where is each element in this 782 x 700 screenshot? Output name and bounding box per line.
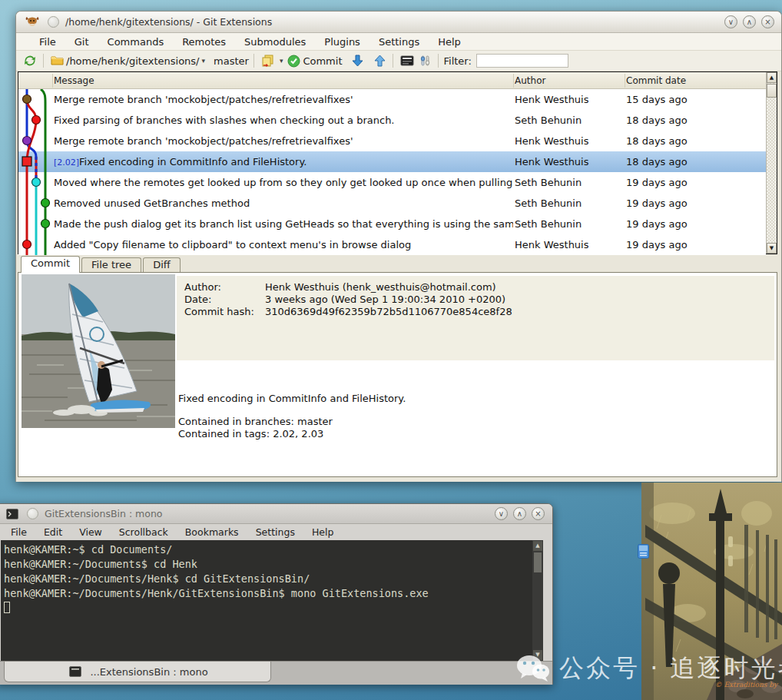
commit-author-cell: Henk Westhuis [515,234,625,255]
repo-path-caret-icon[interactable]: ▾ [202,57,206,65]
commit-author-cell: Henk Westhuis [515,89,625,110]
commit-message-cell: Removed unused GetBranches method [54,193,513,214]
commit-author-cell: Seth Behunin [515,214,625,234]
window-menu-button[interactable] [48,16,59,28]
tab-diff[interactable]: Diff [143,257,181,273]
menu-item-help[interactable]: Help [429,35,470,49]
commit-row[interactable]: Fixed parsing of branches with slashes w… [18,110,766,131]
commit-message-text: Merge remote branch 'mockobject/patches/… [54,135,353,147]
commit-message-cell: Moved where the remotes get looked up fr… [54,172,513,193]
terminal-tab[interactable]: ...ExtensionsBin : mono [4,662,271,682]
git-toolbar: /home/henk/gitextensions/ ▾ master ▾ Com… [16,51,781,71]
commit-list-scrollbar[interactable]: ▲ ▼ [766,72,777,254]
terminal-menubar: FileEditViewScrollbackBookmarksSettingsH… [0,524,552,540]
desktop-file-icon[interactable] [638,544,649,561]
filter-input[interactable] [476,54,568,68]
commit-row[interactable]: Made the push dialog get its branch list… [18,214,766,234]
commit-date-cell: 18 days ago [626,110,763,131]
terminal-line: henk@KAMER:~/Documents/Henk$ cd GitExten… [4,572,531,586]
terminal-scrollbar-thumb[interactable] [534,552,542,572]
scroll-up-icon[interactable]: ▲ [767,72,777,83]
commit-row[interactable]: Merge remote branch 'mockobject/patches/… [18,131,766,151]
terminal-maximize-button[interactable]: ∧ [513,507,526,520]
terminal-window-menu-button[interactable] [27,508,38,519]
scroll-down-icon[interactable]: ▼ [767,243,777,254]
terminal-menu-item-settings[interactable]: Settings [247,526,303,539]
column-header-date[interactable]: Commit date [626,72,763,89]
branch-icon[interactable] [261,55,275,67]
commit-date-cell: 19 days ago [626,193,763,214]
commit-message-cell: Made the push dialog get its branch list… [54,214,513,234]
terminal-line: henk@KAMER:~$ cd Documents/ [4,542,531,557]
terminal-menu-item-view[interactable]: View [71,526,111,539]
commit-check-icon[interactable] [287,55,300,68]
commit-button[interactable]: Commit [303,55,342,67]
terminal-cursor [4,602,10,613]
pull-arrow-icon[interactable] [352,55,363,67]
menu-item-plugins[interactable]: Plugins [315,35,369,49]
menu-item-commands[interactable]: Commands [98,35,174,49]
scrollbar-thumb[interactable] [767,84,777,98]
terminal-scroll-up-icon[interactable]: ▲ [533,541,542,551]
author-avatar-windsurf-photo [22,274,175,428]
tab-commit[interactable]: Commit [21,256,80,273]
console-icon[interactable] [400,55,414,66]
menu-item-submodules[interactable]: Submodules [235,35,315,49]
commit-message-text: Fixed encoding in CommitInfo and FileHis… [79,156,307,168]
menu-item-file[interactable]: File [30,35,65,49]
terminal-menu-item-edit[interactable]: Edit [35,526,71,539]
terminal-tab-icon [69,666,81,677]
commit-date-cell: 19 days ago [626,234,763,255]
maximize-button[interactable]: ∧ [743,15,756,28]
commit-row[interactable]: Merge remote branch 'mockobject/patches/… [18,89,766,110]
commit-date-cell: 19 days ago [626,214,763,234]
commit-date-cell: 19 days ago [626,172,763,193]
photo-credit: © Extraditions by [715,681,777,688]
terminal-menu-item-scrollback[interactable]: Scrollback [111,526,177,539]
terminal-close-button[interactable]: × [532,507,545,520]
commit-row[interactable]: [2.02]Fixed encoding in CommitInfo and F… [18,151,766,172]
column-header-author[interactable]: Author [515,72,622,89]
terminal-menu-item-help[interactable]: Help [303,526,343,539]
commit-message-cell: Merge remote branch 'mockobject/patches/… [54,131,513,151]
toolbar-separator [253,54,254,68]
close-button[interactable]: × [761,15,774,28]
terminal-scrollbar[interactable]: ▲ ▼ [532,540,543,661]
filter-label: Filter: [443,55,471,67]
branch-caret-icon[interactable]: ▾ [280,57,283,65]
terminal-menu-item-bookmarks[interactable]: Bookmarks [177,526,247,539]
column-header-message[interactable]: Message [54,72,507,89]
terminal-tab-label: ...ExtensionsBin : mono [90,666,207,678]
menu-item-settings[interactable]: Settings [369,35,429,49]
commit-author-cell: Seth Behunin [515,110,625,131]
folder-icon[interactable] [51,55,64,66]
terminal-screen[interactable]: henk@KAMER:~$ cd Documents/henk@KAMER:~/… [1,540,543,661]
git-window-titlebar[interactable]: /home/henk/gitextensions/ - Git Extensio… [16,12,781,33]
commit-author-cell: Henk Westhuis [515,151,625,172]
terminal-menu-item-file[interactable]: File [2,526,35,539]
terminal-titlebar[interactable]: GitExtensionsBin : mono ∨ ∧ × [0,504,552,524]
menu-item-git[interactable]: Git [65,35,98,49]
commit-date-cell: 18 days ago [626,151,763,172]
push-arrow-icon[interactable] [374,55,386,67]
commit-row[interactable]: Moved where the remotes get looked up fr… [18,172,766,193]
commit-message-cell: Added "Copy filename to clipboard" to co… [54,234,513,255]
commit-row[interactable]: Removed unused GetBranches methodSeth Be… [18,193,766,214]
commit-message-text: Added "Copy filename to clipboard" to co… [54,239,411,250]
commit-author-cell: Henk Westhuis [515,131,625,151]
settings-sliders-icon[interactable] [419,55,431,67]
author-value: Henk Westhuis (henk_westhuis@hotmail.com… [265,281,496,294]
commit-message-text: Fixed parsing of branches with slashes w… [54,114,395,126]
repo-path[interactable]: /home/henk/gitextensions/ [66,55,200,67]
contained-tags: Contained in tags: 2.02, 2.03 [178,428,406,440]
tab-file-tree[interactable]: File tree [81,257,141,273]
toolbar-separator [43,54,44,68]
commit-list-header[interactable]: Message Author Commit date [18,72,766,89]
minimize-button[interactable]: ∨ [724,15,737,28]
refresh-icon[interactable] [24,55,36,67]
commit-row[interactable]: Added "Copy filename to clipboard" to co… [18,234,766,255]
terminal-minimize-button[interactable]: ∨ [495,507,508,520]
current-branch[interactable]: master [214,55,249,67]
menu-item-remotes[interactable]: Remotes [173,35,235,49]
date-label: Date: [184,294,265,306]
